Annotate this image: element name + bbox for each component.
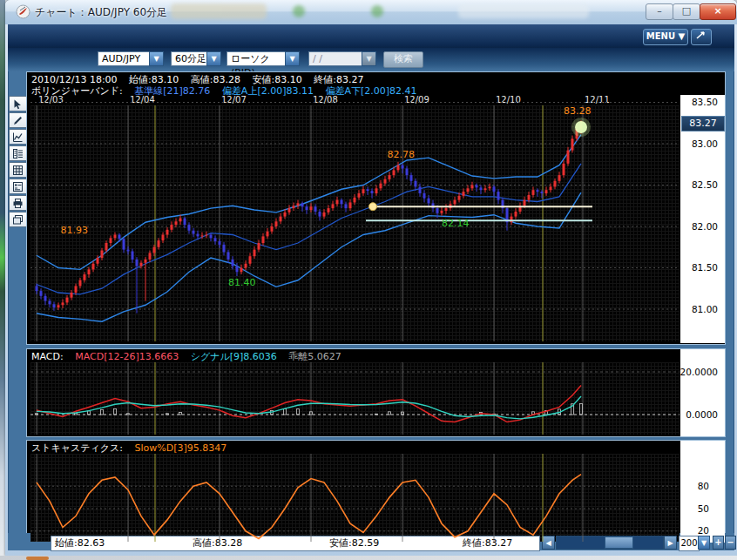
date-dropdown-icon: ▼	[362, 51, 376, 66]
background-icon-blur	[371, 5, 383, 17]
bollinger-dev-down: 偏差A下[2.00]82.41	[325, 85, 416, 97]
macd-divergence-value: 乖離5.0627	[288, 351, 341, 362]
summary-high: 高値:83.28	[193, 536, 242, 550]
background-icon-blur	[293, 5, 305, 17]
app-icon	[16, 4, 30, 19]
candle-count-field[interactable]: 200	[679, 536, 700, 551]
price-axis[interactable]	[680, 95, 725, 343]
grid-tool-button[interactable]	[9, 162, 27, 178]
pencil-arrow-icon	[695, 30, 707, 40]
pencil-arrow-button[interactable]	[691, 29, 712, 45]
window-title: チャート：AUD/JPY 60分足	[35, 5, 167, 20]
background-window-blur	[171, 3, 267, 19]
timeframe-dropdown-icon[interactable]: ▼	[206, 51, 221, 66]
chart-type-select[interactable]: ローソク(BID)	[227, 51, 286, 66]
price-list-icon	[12, 148, 24, 159]
macd-label: MACD:	[31, 351, 64, 362]
title-bar[interactable]: チャート：AUD/JPY 60分足 – □ ×	[5, 0, 737, 24]
menu-button[interactable]: MENU ▼	[643, 29, 688, 45]
stochastics-plot-area[interactable]	[30, 454, 680, 542]
stochastics-axis	[680, 441, 725, 543]
cursor-icon	[12, 98, 24, 110]
select-tool-button[interactable]	[9, 96, 27, 111]
zoom-out-button[interactable]: −	[725, 536, 736, 550]
settings-tool-button[interactable]	[9, 179, 27, 194]
timeframe-select[interactable]: 60分足	[171, 51, 207, 66]
candle-count-dropdown-icon[interactable]: ▼	[698, 536, 710, 550]
main-plot-area[interactable]	[30, 105, 680, 341]
bollinger-label: ボリンジャーバンド:	[31, 85, 123, 97]
current-price-badge: 83.27	[681, 116, 725, 132]
screen: チャート：AUD/JPY 60分足 – □ × MENU ▼ AUD/JPY ▼…	[0, 0, 737, 560]
macd-value: MACD[12-26]13.6663	[75, 351, 179, 362]
currency-pair-select[interactable]: AUD/JPY	[98, 51, 150, 66]
draw-tool-button[interactable]	[9, 112, 27, 128]
maximize-button[interactable]: □	[673, 3, 700, 20]
stochastics-info-bar: ストキャスティクス: Slow%D[3]95.8347	[31, 442, 235, 455]
macd-plot-area[interactable]	[30, 362, 680, 435]
desktop-edge-bottom	[0, 556, 737, 560]
summary-low: 安値:82.59	[329, 536, 379, 550]
scroll-right-button[interactable]: ▶	[664, 536, 677, 550]
minimize-button[interactable]: –	[646, 3, 673, 20]
summary-close: 終値:83.27	[463, 536, 512, 550]
line-chart-icon	[12, 132, 24, 143]
quote-tool-button[interactable]	[9, 145, 27, 161]
macd-axis	[680, 349, 725, 436]
bollinger-dev-up: 偏差A上[2.00]83.11	[222, 85, 314, 97]
scroll-left-button[interactable]: ◀	[542, 536, 555, 550]
macd-info-bar: MACD: MACD[12-26]13.6663 シグナル[9]8.6036 乖…	[31, 350, 350, 363]
pencil-icon	[12, 115, 24, 126]
zoom-in-button[interactable]: +	[713, 536, 724, 550]
indicator-tool-button[interactable]	[9, 129, 27, 145]
summary-open: 始値:82.63	[55, 536, 105, 550]
stochastics-value: Slow%D[3]95.8347	[135, 442, 227, 454]
background-window-blur	[458, 4, 589, 18]
macd-signal-value: シグナル[9]8.6036	[191, 351, 277, 362]
copy-windows-icon	[12, 214, 24, 226]
close-button[interactable]: ×	[700, 3, 736, 20]
desktop-taskbar-fragment	[26, 557, 49, 560]
copy-tool-button[interactable]	[9, 212, 27, 227]
chart-type-dropdown-icon[interactable]: ▼	[285, 51, 300, 66]
form-icon	[12, 181, 24, 192]
bollinger-base: 基準線[21]82.76	[134, 85, 210, 97]
stochastics-label: ストキャスティクス:	[31, 442, 123, 454]
header-band	[8, 24, 734, 48]
currency-pair-dropdown-icon[interactable]: ▼	[149, 51, 164, 66]
printer-icon	[12, 198, 24, 209]
bollinger-info-bar: ボリンジャーバンド: 基準線[21]82.76 偏差A上[2.00]83.11 …	[31, 84, 426, 98]
grid-icon	[12, 165, 24, 176]
scrollbar-thumb[interactable]	[605, 536, 633, 549]
print-tool-button[interactable]	[9, 195, 27, 211]
summary-ohlc-box: 始値:82.63 高値:83.28 安値:82.59 終値:83.27	[51, 536, 540, 551]
date-input[interactable]: / /	[308, 51, 362, 66]
search-button: 検索	[383, 51, 423, 68]
